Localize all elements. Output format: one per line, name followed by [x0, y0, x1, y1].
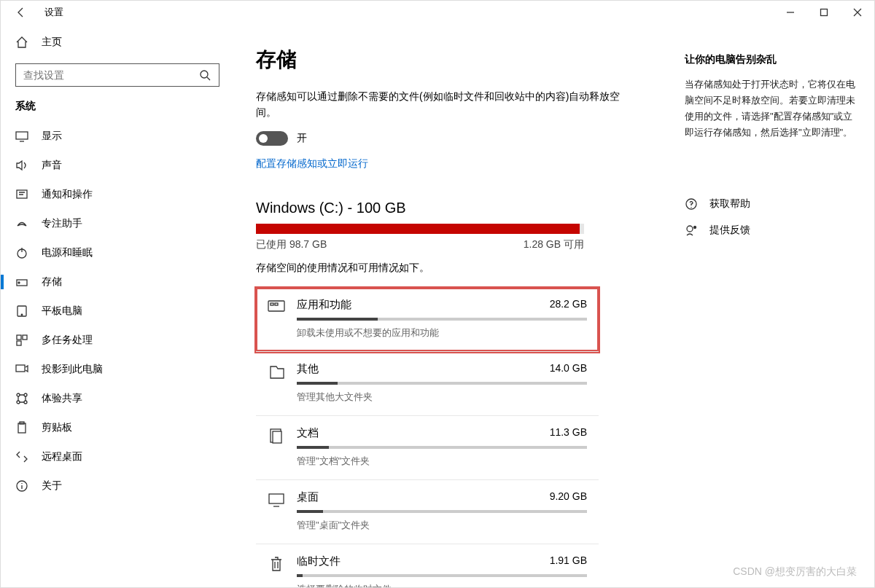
- documents-icon: [268, 428, 285, 468]
- drive-title: Windows (C:) - 100 GB: [256, 200, 641, 216]
- storage-item-sub: 管理"文档"文件夹: [297, 455, 587, 468]
- storage-item-documents[interactable]: 文档11.3 GB 管理"文档"文件夹: [256, 416, 599, 480]
- svg-point-6: [18, 282, 20, 283]
- power-icon: [15, 246, 28, 259]
- app-title: 设置: [44, 6, 63, 19]
- apps-icon: [268, 299, 285, 340]
- storage-item-apps[interactable]: 应用和功能28.2 GB 卸载未使用或不想要的应用和功能: [256, 288, 599, 352]
- shared-icon: [15, 392, 28, 405]
- sidebar-item-power[interactable]: 电源和睡眠: [15, 238, 234, 267]
- feedback-icon: [685, 224, 698, 237]
- svg-point-27: [687, 226, 693, 232]
- svg-rect-20: [268, 301, 284, 311]
- sound-icon: [15, 159, 28, 172]
- about-icon: [15, 479, 28, 493]
- sidebar-item-shared[interactable]: 体验共享: [15, 384, 234, 413]
- project-icon: [15, 363, 28, 376]
- svg-rect-25: [269, 494, 284, 503]
- sidebar: 主页 系统 显示 声音 通知和操作 专注助手 电源和睡眠 存储 平板电脑 多任务…: [1, 24, 234, 587]
- content-pane: 存储 存储感知可以通过删除不需要的文件(例如临时文件和回收站中的内容)自动释放空…: [234, 24, 670, 587]
- sidebar-item-storage[interactable]: 存储: [15, 267, 234, 297]
- desktop-icon: [268, 492, 285, 532]
- svg-rect-12: [16, 365, 25, 372]
- maximize-button[interactable]: [807, 1, 841, 24]
- storage-item-size: 9.20 GB: [550, 490, 587, 504]
- svg-rect-17: [18, 423, 26, 433]
- storage-item-name: 应用和功能: [297, 298, 351, 312]
- sidebar-item-display[interactable]: 显示: [15, 122, 234, 151]
- svg-rect-0: [821, 9, 828, 16]
- help-label: 获取帮助: [709, 197, 750, 211]
- tablet-icon: [15, 305, 28, 318]
- svg-point-8: [21, 314, 23, 315]
- sidebar-item-label: 显示: [42, 130, 62, 143]
- right-pane: 让你的电脑告别杂乱 当存储感知处于打开状态时，它将仅在电脑空间不足时释放空间。若…: [670, 24, 874, 587]
- svg-rect-24: [273, 431, 281, 443]
- search-field[interactable]: [23, 69, 198, 81]
- trash-icon: [268, 556, 285, 587]
- multitask-icon: [15, 334, 28, 347]
- storage-item-name: 其他: [297, 362, 319, 376]
- sidebar-item-clipboard[interactable]: 剪贴板: [15, 413, 234, 442]
- svg-rect-21: [271, 303, 273, 305]
- right-pane-body: 当存储感知处于打开状态时，它将仅在电脑空间不足时释放空间。若要立即清理未使用的文…: [685, 77, 860, 141]
- other-icon: [268, 364, 285, 404]
- right-pane-title: 让你的电脑告别杂乱: [685, 53, 860, 66]
- svg-rect-9: [17, 335, 21, 340]
- svg-point-1: [201, 71, 208, 78]
- drive-usage-bar: [256, 224, 584, 234]
- feedback-link[interactable]: 提供反馈: [685, 224, 860, 237]
- storage-item-size: 28.2 GB: [550, 298, 587, 312]
- get-help-link[interactable]: 获取帮助: [685, 197, 860, 211]
- help-icon: [685, 197, 698, 211]
- storage-sense-description: 存储感知可以通过删除不需要的文件(例如临时文件和回收站中的内容)自动释放空间。: [256, 88, 635, 121]
- display-icon: [15, 130, 28, 143]
- svg-rect-11: [17, 341, 21, 345]
- svg-point-15: [17, 401, 20, 404]
- storage-item-temp[interactable]: 临时文件1.91 GB 选择要删除的临时文件: [256, 544, 599, 587]
- sidebar-item-label: 平板电脑: [42, 305, 82, 318]
- sidebar-item-label: 体验共享: [42, 392, 82, 405]
- sidebar-item-project[interactable]: 投影到此电脑: [15, 355, 234, 384]
- home-link[interactable]: 主页: [15, 30, 234, 55]
- remote-icon: [15, 450, 28, 463]
- storage-item-size: 14.0 GB: [550, 362, 587, 376]
- sidebar-item-about[interactable]: 关于: [15, 471, 234, 501]
- sidebar-item-label: 投影到此电脑: [42, 363, 103, 376]
- storage-item-size: 1.91 GB: [550, 554, 587, 568]
- sidebar-item-label: 关于: [42, 479, 62, 493]
- search-input[interactable]: [15, 63, 219, 87]
- svg-point-14: [24, 393, 27, 396]
- clipboard-icon: [15, 421, 28, 434]
- home-label: 主页: [42, 36, 62, 49]
- nav-section-title: 系统: [15, 100, 234, 113]
- sidebar-item-label: 存储: [42, 275, 62, 289]
- sidebar-item-label: 通知和操作: [42, 188, 93, 201]
- drive-used-text: 已使用 98.7 GB: [256, 238, 327, 251]
- home-icon: [15, 36, 28, 49]
- sidebar-item-label: 电源和睡眠: [42, 246, 93, 259]
- search-icon: [198, 68, 211, 82]
- sidebar-item-notifications[interactable]: 通知和操作: [15, 180, 234, 209]
- sidebar-item-sound[interactable]: 声音: [15, 151, 234, 180]
- page-title: 存储: [256, 46, 641, 74]
- sidebar-item-remote[interactable]: 远程桌面: [15, 442, 234, 471]
- svg-rect-10: [23, 335, 27, 340]
- storage-item-other[interactable]: 其他14.0 GB 管理其他大文件夹: [256, 352, 599, 416]
- sidebar-item-label: 远程桌面: [42, 450, 82, 463]
- minimize-button[interactable]: [774, 1, 807, 24]
- storage-item-desktop[interactable]: 桌面9.20 GB 管理"桌面"文件夹: [256, 480, 599, 544]
- close-button[interactable]: [841, 1, 874, 24]
- storage-sense-toggle[interactable]: 开: [256, 131, 307, 146]
- sidebar-item-label: 多任务处理: [42, 334, 93, 347]
- sidebar-item-focus[interactable]: 专注助手: [15, 209, 234, 238]
- back-button[interactable]: [7, 1, 36, 24]
- storage-item-name: 桌面: [297, 490, 319, 504]
- storage-item-sub: 管理其他大文件夹: [297, 391, 587, 404]
- storage-item-name: 文档: [297, 426, 319, 440]
- storage-item-sub: 卸载未使用或不想要的应用和功能: [297, 326, 587, 340]
- sidebar-item-tablet[interactable]: 平板电脑: [15, 297, 234, 326]
- notifications-icon: [15, 188, 28, 201]
- configure-link[interactable]: 配置存储感知或立即运行: [256, 157, 641, 170]
- sidebar-item-multitask[interactable]: 多任务处理: [15, 326, 234, 355]
